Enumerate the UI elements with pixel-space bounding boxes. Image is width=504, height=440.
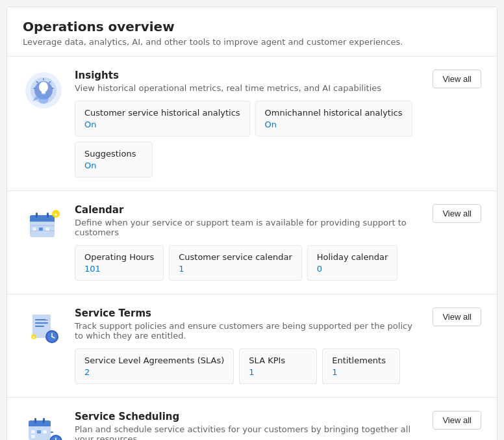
svg-rect-39 <box>31 430 35 434</box>
service-terms-content: Service Terms Track support policies and… <box>75 307 481 384</box>
insights-title: Insights <box>75 70 381 81</box>
svg-rect-40 <box>37 430 41 434</box>
svg-rect-18 <box>39 227 43 231</box>
metric-value: 0 <box>317 264 388 274</box>
service-terms-view-all-button[interactable]: View all <box>433 307 481 326</box>
calendar-title: Calendar <box>75 204 412 216</box>
svg-rect-21 <box>47 213 49 218</box>
page-title: Operations overview <box>23 19 481 34</box>
service-terms-text: Service Terms Track support policies and… <box>75 307 412 341</box>
metric-value: 101 <box>84 264 154 274</box>
calendar-content: Calendar Define when your service or sup… <box>75 204 481 281</box>
svg-rect-19 <box>45 227 49 231</box>
svg-rect-14 <box>30 219 55 222</box>
metric-suggestions[interactable]: Suggestions On <box>75 142 153 177</box>
service-terms-header: Service Terms Track support policies and… <box>75 307 481 341</box>
insights-description: View historical operational metrics, rea… <box>75 83 381 93</box>
svg-rect-41 <box>43 430 47 434</box>
section-service-terms: ✦ Service Terms Track support policies a… <box>7 294 497 398</box>
metric-customer-service-analytics[interactable]: Customer service historical analytics On <box>75 101 250 136</box>
insights-text: Insights View historical operational met… <box>75 70 381 93</box>
svg-point-11 <box>38 94 49 104</box>
metric-value: 1 <box>179 264 292 274</box>
metric-value: On <box>84 120 240 129</box>
svg-rect-20 <box>36 213 38 218</box>
metric-label: Suggestions <box>84 149 143 159</box>
metric-sla-kpis[interactable]: SLA KPIs 1 <box>239 348 317 384</box>
metric-value: 2 <box>84 367 224 377</box>
service-terms-metrics: Service Level Agreements (SLAs) 2 SLA KP… <box>75 348 481 384</box>
metric-value: On <box>265 120 403 129</box>
svg-rect-37 <box>34 418 36 423</box>
metric-label: Holiday calendar <box>317 252 388 262</box>
metric-value: On <box>84 161 143 170</box>
service-scheduling-content: Service Scheduling Plan and schedule ser… <box>75 411 481 440</box>
metric-value: 1 <box>332 367 390 377</box>
service-scheduling-view-all-button[interactable]: View all <box>433 411 481 430</box>
service-scheduling-description: Plan and schedule service activities for… <box>75 424 412 440</box>
calendar-view-all-button[interactable]: View all <box>433 204 481 223</box>
metric-label: Omnichannel historical analytics <box>265 108 403 118</box>
service-terms-description: Track support policies and ensure custom… <box>75 321 412 341</box>
insights-metrics: Customer service historical analytics On… <box>75 101 481 177</box>
metric-operating-hours[interactable]: Operating Hours 101 <box>75 245 164 281</box>
svg-text:✦: ✦ <box>54 212 58 218</box>
service-scheduling-title: Service Scheduling <box>75 411 412 422</box>
insights-content: Insights View historical operational met… <box>75 70 481 177</box>
insights-icon <box>23 70 64 111</box>
svg-text:✦: ✦ <box>32 335 35 339</box>
metric-holiday-calendar[interactable]: Holiday calendar 0 <box>307 245 398 281</box>
calendar-header: Calendar Define when your service or sup… <box>75 204 481 237</box>
metric-label: Customer service calendar <box>179 252 292 262</box>
service-scheduling-icon <box>23 411 64 440</box>
svg-line-9 <box>49 82 51 83</box>
metric-entitlements[interactable]: Entitlements 1 <box>322 348 400 384</box>
metric-label: SLA KPIs <box>249 356 307 365</box>
metric-label: Customer service historical analytics <box>84 108 240 118</box>
service-scheduling-text: Service Scheduling Plan and schedule ser… <box>75 411 412 440</box>
svg-rect-27 <box>35 326 44 327</box>
metric-omnichannel-analytics[interactable]: Omnichannel historical analytics On <box>255 101 412 136</box>
metric-customer-service-calendar[interactable]: Customer service calendar 1 <box>169 245 302 281</box>
svg-rect-36 <box>29 424 51 426</box>
svg-point-3 <box>39 82 48 92</box>
page-header: Operations overview Leverage data, analy… <box>7 7 497 57</box>
section-insights: Insights View historical operational met… <box>7 57 497 191</box>
insights-header: Insights View historical operational met… <box>75 70 481 93</box>
calendar-metrics: Operating Hours 101 Customer service cal… <box>75 245 481 281</box>
metric-label: Entitlements <box>332 356 390 365</box>
svg-rect-26 <box>35 322 48 324</box>
page-container: Operations overview Leverage data, analy… <box>6 6 498 440</box>
section-calendar: ✦ Calendar Define when your service or s… <box>7 191 497 294</box>
service-terms-title: Service Terms <box>75 307 412 319</box>
svg-line-7 <box>37 82 38 83</box>
calendar-icon: ✦ <box>23 204 64 246</box>
metric-label: Operating Hours <box>84 252 154 262</box>
metric-sla[interactable]: Service Level Agreements (SLAs) 2 <box>75 348 234 384</box>
metric-value: 1 <box>249 367 307 377</box>
insights-view-all-button[interactable]: View all <box>433 70 481 88</box>
calendar-text: Calendar Define when your service or sup… <box>75 204 412 237</box>
service-terms-icon: ✦ <box>23 307 64 349</box>
calendar-description: Define when your service or support team… <box>75 218 412 237</box>
svg-rect-42 <box>31 435 35 438</box>
service-scheduling-header: Service Scheduling Plan and schedule ser… <box>75 411 481 440</box>
page-subtitle: Leverage data, analytics, AI, and other … <box>23 37 481 47</box>
section-service-scheduling: Service Scheduling Plan and schedule ser… <box>7 398 497 440</box>
svg-rect-38 <box>43 418 45 423</box>
svg-rect-17 <box>32 227 36 231</box>
metric-label: Service Level Agreements (SLAs) <box>84 356 224 365</box>
